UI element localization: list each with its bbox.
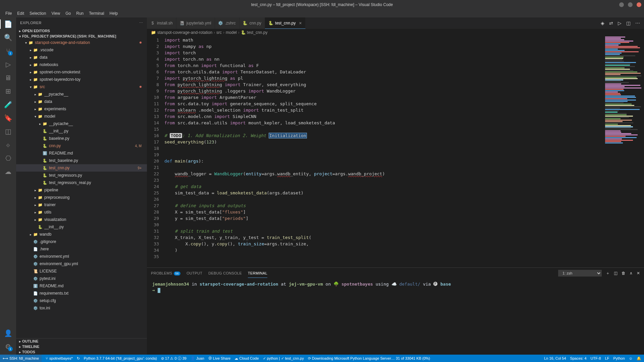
tree-item[interactable]: 🐍cnn.py4, M	[16, 142, 147, 149]
editor-tab[interactable]: 🐍test_cnn.py×	[265, 17, 306, 29]
tree-item[interactable]: ▸📁data	[16, 54, 147, 61]
python-status[interactable]: Python 3.7.7 64-bit ('fdl_project_gpu': …	[84, 356, 157, 360]
run-file-icon[interactable]: ▷	[618, 20, 622, 26]
tree-item[interactable]: ⚙️environment.yml	[16, 253, 147, 260]
tree-item[interactable]: 📜LICENSE	[16, 267, 147, 275]
breadcrumb-item[interactable]: starspot-coverage-and-rotation	[157, 30, 212, 35]
editor-tab[interactable]: 🐍cnn.py	[239, 17, 265, 29]
project-manager-icon[interactable]: ⟐	[4, 141, 12, 149]
minimize-icon[interactable]	[619, 2, 624, 7]
tree-item[interactable]: 📄.here	[16, 245, 147, 253]
menu-terminal[interactable]: Terminal	[86, 10, 107, 16]
tree-item[interactable]: 🐍test_regressors_real.py	[16, 179, 147, 186]
close-icon[interactable]	[637, 2, 641, 7]
tree-item[interactable]: ▸📁pipeline	[16, 186, 147, 194]
encoding-status[interactable]: UTF-8	[591, 356, 601, 360]
editor-tab[interactable]: $install.sh	[147, 17, 176, 29]
menu-go[interactable]: Go	[63, 10, 73, 16]
tree-item[interactable]: 📄requirements.txt	[16, 290, 147, 297]
breadcrumb-item[interactable]: 🐍 test_cnn.py	[241, 30, 268, 35]
new-terminal-icon[interactable]: ＋	[606, 270, 610, 276]
tree-item[interactable]: ▾📁starspot-coverage-and-rotation	[16, 39, 147, 46]
menu-run[interactable]: Run	[73, 10, 86, 16]
run-debug-icon[interactable]: ▷	[4, 60, 12, 68]
remote-status[interactable]: ⟷ SSH: fdl_machine	[0, 355, 42, 362]
menu-help[interactable]: Help	[107, 10, 121, 16]
open-editors-section[interactable]: ▸OPEN EDITORS	[16, 28, 147, 34]
tree-item[interactable]: ▸📁notebooks	[16, 61, 147, 68]
notifications-icon[interactable]: 🔔	[637, 356, 641, 361]
open-changes-icon[interactable]: ⇄	[609, 20, 613, 26]
code-editor[interactable]: import mathimport numpy as npimport torc…	[164, 36, 604, 267]
close-panel-icon[interactable]: ✕	[637, 271, 640, 276]
sync-status[interactable]: ↻	[77, 356, 80, 361]
accounts-icon[interactable]: 👤	[4, 329, 12, 337]
tree-item[interactable]: ▸📁.vscode	[16, 46, 147, 54]
feedback-icon[interactable]: ☺	[629, 356, 633, 360]
tree-item[interactable]: ▸📁spotnet-layeredcnn-toy	[16, 76, 147, 83]
tree-item[interactable]: ▾📁src	[16, 83, 147, 90]
test-icon[interactable]: 🧪	[4, 101, 12, 109]
tree-item[interactable]: ▾📁model	[16, 113, 147, 120]
tree-item[interactable]: ⚙️environment_gpu.yml	[16, 260, 147, 267]
tree-item[interactable]: ▸📁wandb	[16, 231, 147, 238]
errors-status[interactable]: ⊘ 17 ⚠ 0 ⓘ 39	[161, 356, 186, 361]
tree-item[interactable]: ▸📁spotnet-cnn-smoketest	[16, 68, 147, 76]
file-tree[interactable]: ▾📁starspot-coverage-and-rotation▸📁.vscod…	[16, 39, 147, 338]
tree-item[interactable]: 🐍test_cnn.py9+	[16, 164, 147, 172]
problems-tab[interactable]: PROBLEMS56	[151, 270, 180, 277]
remote-explorer-icon[interactable]: 🖥	[4, 74, 12, 82]
spaces-status[interactable]: Spaces: 4	[570, 356, 587, 360]
tree-item[interactable]: ▸📁trainer	[16, 201, 147, 208]
tree-item[interactable]: ▸📁__pycache__	[16, 120, 147, 127]
eol-status[interactable]: LF	[605, 356, 609, 360]
maximize-icon[interactable]	[628, 2, 633, 7]
tree-item[interactable]: 🐍__init__.py	[16, 127, 147, 135]
output-tab[interactable]: OUTPUT	[186, 270, 202, 277]
git-graph-icon[interactable]: ⎔	[4, 154, 12, 162]
explorer-icon[interactable]: 📄	[4, 20, 12, 28]
tree-item[interactable]: 🐍baseline.py	[16, 135, 147, 142]
docker-icon[interactable]: ◫	[4, 127, 12, 135]
debug-console-tab[interactable]: DEBUG CONSOLE	[208, 270, 242, 277]
close-tab-icon[interactable]: ×	[299, 20, 302, 26]
source-control-icon[interactable]: ⑂1	[4, 47, 12, 55]
breadcrumb-item[interactable]: src	[216, 30, 222, 35]
terminal-output[interactable]: jemanjohnson34 in starspot-coverage-and-…	[147, 279, 644, 355]
tree-item[interactable]: ▸📁experiments	[16, 105, 147, 113]
editor-tab[interactable]: 📓jupyterlab.yml	[176, 17, 215, 29]
tree-item[interactable]: ▸📁__pycache__	[16, 90, 147, 98]
editor-tab[interactable]: ⚙️.zshrc	[215, 17, 239, 29]
breadcrumbs[interactable]: 📁starspot-coverage-and-rotation›src›mode…	[147, 29, 644, 36]
branch-status[interactable]: ⑂ spotnetbayes*	[46, 356, 73, 360]
extensions-icon[interactable]: ⊞	[4, 87, 12, 95]
tree-item[interactable]: ℹ️README.md	[16, 149, 147, 157]
outline-section[interactable]: ▸OUTLINE	[16, 339, 147, 344]
split-terminal-icon[interactable]: ◫	[614, 271, 618, 276]
user-status[interactable]: 👤 Juan	[191, 356, 204, 361]
cloud-code-icon[interactable]: ☁	[4, 168, 12, 176]
compare-icon[interactable]: ◈	[601, 20, 604, 26]
terminal-tab[interactable]: TERMINAL	[248, 270, 267, 277]
project-section[interactable]: ▾FDL_PROJECT (WORKSPACE) [SSH: FDL_MACHI…	[16, 34, 147, 39]
tree-item[interactable]: ℹ️README.md	[16, 282, 147, 290]
tree-item[interactable]: ▸📁data	[16, 98, 147, 105]
more-icon[interactable]: ⋯	[139, 21, 143, 25]
minimap[interactable]	[604, 36, 644, 267]
bookmarks-icon[interactable]: 🔖	[4, 114, 12, 122]
more-actions-icon[interactable]: ⋯	[635, 20, 640, 26]
tree-item[interactable]: ▸📁preprocessing	[16, 194, 147, 201]
kill-terminal-icon[interactable]: 🗑	[622, 271, 626, 276]
split-editor-icon[interactable]: ◫	[626, 20, 631, 26]
maximize-panel-icon[interactable]: ∧	[630, 271, 633, 276]
tree-item[interactable]: 🐍__init__.py	[16, 223, 147, 231]
tree-item[interactable]: ⚙️.gitignore	[16, 238, 147, 245]
menu-file[interactable]: File	[3, 10, 14, 16]
settings-icon[interactable]: ⚙1	[4, 343, 12, 351]
liveshare-status[interactable]: ⦿ Live Share	[208, 356, 231, 360]
langmode-status[interactable]: Python	[613, 356, 625, 360]
tree-item[interactable]: 🐍test_regressors.py	[16, 172, 147, 179]
terminal-select[interactable]: 1: zsh	[558, 270, 602, 277]
tree-item[interactable]: ▸📁utils	[16, 208, 147, 216]
menu-view[interactable]: View	[49, 10, 63, 16]
